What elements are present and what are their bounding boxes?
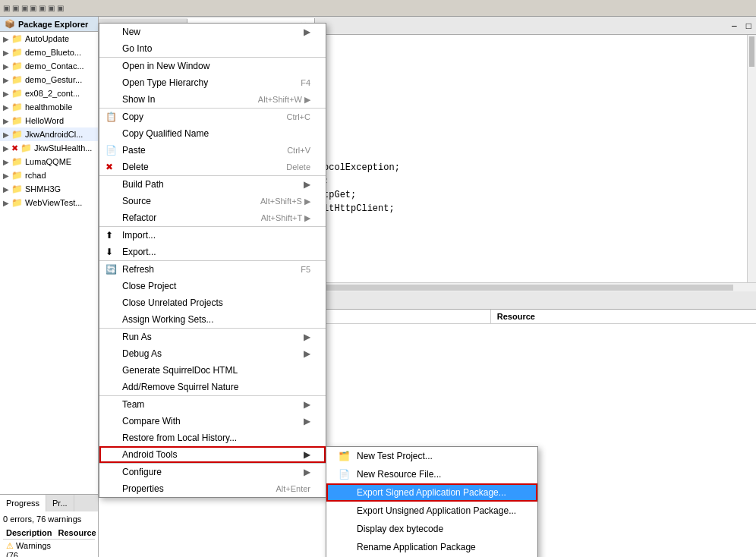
menu-item-paste[interactable]: 📄 Paste Ctrl+V bbox=[99, 142, 326, 159]
menu-import-label: Import... bbox=[122, 230, 156, 241]
export-icon: ⬇ bbox=[106, 247, 113, 257]
progress-tab[interactable]: Progress bbox=[0, 495, 46, 511]
menu-androidtools-label: Android Tools bbox=[122, 449, 178, 460]
tree-label: healthmobile bbox=[25, 102, 72, 112]
menu-showin-label: Show In bbox=[122, 94, 155, 105]
shortcut-properties: Alt+Enter bbox=[276, 484, 310, 493]
menu-item-import[interactable]: ⬆ Import... bbox=[99, 226, 326, 244]
submenu-item-newtestproject[interactable]: 🗂️ New Test Project... bbox=[326, 447, 537, 465]
folder-icon: 📁 bbox=[11, 74, 23, 85]
tree-item-rchad[interactable]: ▶ 📁 rchad bbox=[0, 168, 98, 182]
menu-item-delete[interactable]: ✖ Delete Delete bbox=[99, 159, 326, 175]
minimize-button[interactable]: – bbox=[727, 19, 742, 33]
menu-item-new[interactable]: New ▶ bbox=[99, 24, 326, 40]
expand-arrow: ▶ bbox=[3, 117, 9, 125]
menu-team-label: Team bbox=[122, 399, 144, 410]
scrollbar-thumb[interactable] bbox=[749, 36, 754, 67]
warning-description: ⚠ Warnings (76 bbox=[6, 541, 63, 557]
menu-item-opentypehierarchy[interactable]: Open Type Hierarchy F4 bbox=[99, 74, 326, 91]
submenu-item-renamepackage[interactable]: Rename Application Package bbox=[326, 538, 537, 556]
menu-item-comparewith[interactable]: Compare With ▶ bbox=[99, 413, 326, 430]
pr-tab[interactable]: Pr... bbox=[46, 495, 74, 511]
tree-item-ex08[interactable]: ▶ 📁 ex08_2_cont... bbox=[0, 87, 98, 100]
menu-item-showin[interactable]: Show In Alt+Shift+W ▶ bbox=[99, 91, 326, 108]
copy-icon: 📋 bbox=[106, 112, 117, 122]
expand-arrow: ▶ bbox=[3, 49, 9, 57]
menu-item-properties[interactable]: Properties Alt+Enter bbox=[99, 480, 326, 497]
submenu-item-exportsigned[interactable]: Export Signed Application Package... bbox=[326, 483, 537, 502]
menu-item-refresh[interactable]: 🔄 Refresh F5 bbox=[99, 260, 326, 278]
tree-item-jkwandroidcl[interactable]: ▶ 📁 JkwAndroidCl... bbox=[0, 127, 98, 141]
problems-table-header: Description Resource bbox=[3, 527, 95, 540]
tree-item-helloword[interactable]: ▶ 📁 HelloWord bbox=[0, 114, 98, 127]
submenu-item-displaydex[interactable]: Display dex bytecode bbox=[326, 520, 537, 538]
submenu-item-exportunsigned[interactable]: Export Unsigned Application Package... bbox=[326, 502, 537, 520]
expand-arrow: ▶ bbox=[3, 35, 9, 43]
resource-col-header: Resource bbox=[491, 310, 756, 323]
android-tools-container: Android Tools ▶ 🗂️ New Test Project... 📄… bbox=[99, 446, 326, 463]
menu-item-closeproject[interactable]: Close Project bbox=[99, 278, 326, 294]
description-header: Description bbox=[3, 527, 55, 539]
menu-item-restorefromlocal[interactable]: Restore from Local History... bbox=[99, 430, 326, 446]
package-explorer-header: 📦 Package Explorer bbox=[0, 17, 98, 32]
tree-item-demobluetooth[interactable]: ▶ 📁 demo_Blueto... bbox=[0, 46, 98, 59]
menu-item-closeunrelated[interactable]: Close Unrelated Projects bbox=[99, 294, 326, 311]
menu-item-gointo[interactable]: Go Into bbox=[99, 40, 326, 57]
menu-item-team[interactable]: Team ▶ bbox=[99, 395, 326, 413]
shortcut-f4: F4 bbox=[301, 78, 310, 87]
shortcut-paste: Ctrl+V bbox=[287, 146, 310, 155]
menu-item-addremovenature[interactable]: Add/Remove Squirrel Nature bbox=[99, 379, 326, 395]
tree-item-lumaqqme[interactable]: ▶ 📁 LumaQQME bbox=[0, 155, 98, 168]
menu-item-androidtools[interactable]: Android Tools ▶ bbox=[99, 446, 326, 463]
expand-arrow: ▶ bbox=[3, 185, 9, 194]
tree-item-autoupdate[interactable]: ▶ 📁 AutoUpdate bbox=[0, 32, 98, 46]
menu-item-openwindow[interactable]: Open in New Window bbox=[99, 57, 326, 74]
tree-item-jkwstuhealth[interactable]: ▶ ✖ 📁 JkwStuHealth... bbox=[0, 141, 98, 155]
menu-closeunrelated-label: Close Unrelated Projects bbox=[122, 297, 223, 308]
submenu-item-newresourcefile[interactable]: 📄 New Resource File... bbox=[326, 465, 537, 483]
menu-refresh-label: Refresh bbox=[122, 264, 154, 275]
shortcut-refresh: F5 bbox=[301, 265, 310, 274]
submenu-item-label: New Resource File... bbox=[357, 469, 441, 480]
tree-label: demo_Contac... bbox=[25, 61, 84, 71]
vertical-scrollbar[interactable] bbox=[747, 35, 756, 282]
menu-item-runas[interactable]: Run As ▶ bbox=[99, 328, 326, 345]
tree-item-webviewtest[interactable]: ▶ 📁 WebViewTest... bbox=[0, 196, 98, 209]
submenu-arrow-icon: ▶ bbox=[304, 416, 310, 426]
menu-item-configure[interactable]: Configure ▶ bbox=[99, 463, 326, 480]
tree-items: ▶ 📁 AutoUpdate ▶ 📁 demo_Blueto... ▶ 📁 de… bbox=[0, 32, 98, 494]
folder-icon: 📁 bbox=[11, 88, 23, 99]
tree-label: rchad bbox=[25, 171, 46, 180]
menu-item-refactor[interactable]: Refactor Alt+Shift+T ▶ bbox=[99, 209, 326, 226]
blank-icon bbox=[339, 487, 351, 498]
tree-item-healthmobile[interactable]: ▶ 📁 healthmobile bbox=[0, 100, 98, 114]
menu-item-assignworkingsets[interactable]: Assign Working Sets... bbox=[99, 311, 326, 328]
folder-icon: 📁 bbox=[11, 102, 23, 112]
tree-item-demogesture[interactable]: ▶ 📁 demo_Gestur... bbox=[0, 73, 98, 87]
menu-item-export[interactable]: ⬇ Export... bbox=[99, 244, 326, 260]
menu-item-debugas[interactable]: Debug As ▶ bbox=[99, 345, 326, 362]
menu-runas-label: Run As bbox=[122, 332, 152, 342]
menu-item-copy[interactable]: 📋 Copy Ctrl+C bbox=[99, 108, 326, 125]
menu-item-copyqualified[interactable]: Copy Qualified Name bbox=[99, 125, 326, 142]
folder-icon: 📁 bbox=[11, 47, 23, 58]
maximize-button[interactable]: □ bbox=[742, 19, 756, 33]
menu-assignworkingsets-label: Assign Working Sets... bbox=[122, 314, 214, 325]
menu-item-source[interactable]: Source Alt+Shift+S ▶ bbox=[99, 193, 326, 209]
menu-item-buildpath[interactable]: Build Path ▶ bbox=[99, 175, 326, 193]
submenu-item-label: Display dex bytecode bbox=[357, 524, 443, 534]
tree-item-democontact[interactable]: ▶ 📁 demo_Contac... bbox=[0, 59, 98, 73]
menu-item-generatesquirreldoc[interactable]: Generate SquirrelDoc HTML bbox=[99, 362, 326, 379]
folder-icon: 📁 bbox=[11, 170, 23, 181]
tree-label: JkwStuHealth... bbox=[34, 143, 92, 153]
tree-label: demo_Blueto... bbox=[25, 48, 81, 57]
tree-item-shmh3g[interactable]: ▶ 📁 SHMH3G bbox=[0, 182, 98, 196]
shortcut-copy: Ctrl+C bbox=[287, 112, 310, 121]
expand-arrow: ▶ bbox=[3, 90, 9, 98]
submenu-arrow-icon: ▶ bbox=[304, 27, 310, 37]
shortcut-showin: Alt+Shift+W ▶ bbox=[258, 95, 310, 105]
folder-icon: 📁 bbox=[11, 115, 23, 126]
menu-openwindow-label: Open in New Window bbox=[122, 61, 209, 71]
tree-label: WebViewTest... bbox=[25, 198, 82, 207]
tree-label: HelloWord bbox=[25, 116, 64, 125]
